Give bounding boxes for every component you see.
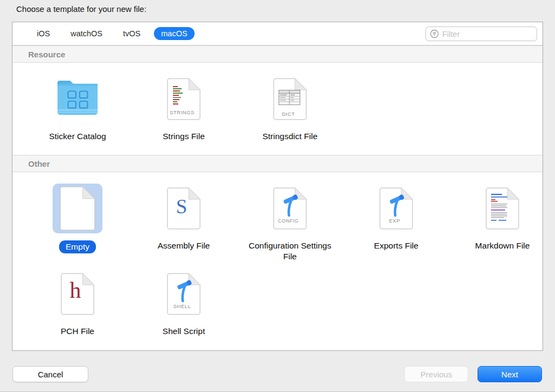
template-label: Exports File: [374, 240, 418, 251]
hammer-icon: [173, 279, 195, 302]
tab-ios[interactable]: iOS: [30, 27, 57, 40]
hammer-icon: [386, 194, 408, 217]
template-label: Configuration Settings File: [242, 240, 338, 262]
assembly-s-glyph: S: [167, 195, 196, 218]
cancel-button[interactable]: Cancel: [12, 366, 88, 382]
next-button[interactable]: Next: [477, 366, 542, 382]
template-item-pch-file[interactable]: h PCH File: [24, 263, 131, 349]
filter-icon: [430, 29, 439, 38]
template-item-assembly-file[interactable]: S Assembly File: [131, 178, 237, 263]
blank-document-icon: [60, 186, 95, 231]
template-label: Markdown File: [475, 240, 530, 251]
template-label: PCH File: [61, 326, 94, 337]
exp-badge: EXP: [379, 218, 410, 224]
section-header-resource: Resource: [12, 45, 543, 63]
pch-h-glyph: h: [61, 277, 90, 303]
template-label: Sticker Catalog: [49, 131, 106, 142]
shell-document-icon: SHELL: [167, 266, 201, 322]
section-body-other: Empty S Assembly File: [12, 172, 543, 349]
hammer-icon: [280, 194, 301, 217]
config-document-icon: CONFIG: [273, 181, 307, 236]
config-badge: CONFIG: [273, 218, 304, 224]
tab-watchos[interactable]: watchOS: [63, 27, 109, 40]
shell-badge: SHELL: [167, 303, 197, 309]
template-chooser-panel: iOS watchOS tvOS macOS Resource: [12, 22, 543, 351]
template-item-exports-file[interactable]: EXP Exports File: [343, 178, 449, 263]
template-item-stringsdict-file[interactable]: DICT Stringsdict File: [237, 68, 343, 155]
template-label: Strings File: [163, 131, 205, 142]
pch-document-icon: h: [61, 266, 94, 322]
dict-badge: DICT: [273, 111, 304, 117]
template-item-markdown-file[interactable]: Markdown File: [449, 178, 555, 263]
markdown-document-icon: [486, 181, 519, 236]
template-label: Shell Script: [163, 326, 205, 337]
section-header-other: Other: [12, 155, 543, 172]
sticker-folder-icon: [52, 71, 103, 127]
assembly-document-icon: S: [167, 181, 201, 236]
template-item-empty[interactable]: Empty: [24, 178, 131, 263]
section-body-resource: Sticker Catalog: [12, 63, 543, 155]
dict-document-icon: DICT: [273, 71, 307, 127]
previous-button[interactable]: Previous: [404, 366, 468, 382]
filter-field[interactable]: [425, 27, 537, 41]
template-label: Stringsdict File: [262, 131, 318, 142]
page-title: Choose a template for your new file:: [16, 4, 146, 14]
strings-document-icon: STRINGS: [167, 71, 201, 127]
template-label: Assembly File: [158, 240, 210, 251]
platform-tabbar: iOS watchOS tvOS macOS: [12, 22, 543, 45]
selection-highlight: [53, 184, 102, 233]
section-title: Other: [28, 159, 50, 168]
template-item-strings-file[interactable]: STRINGS Strings File: [131, 68, 237, 155]
exports-document-icon: EXP: [379, 181, 413, 236]
filter-input[interactable]: [442, 30, 544, 38]
template-item-sticker-catalog[interactable]: Sticker Catalog: [24, 68, 131, 155]
section-title: Resource: [28, 50, 65, 59]
strings-badge: STRINGS: [167, 109, 197, 115]
template-item-shell-script[interactable]: SHELL Shell Script: [131, 263, 237, 349]
tab-tvos[interactable]: tvOS: [116, 27, 147, 40]
template-item-configuration-settings-file[interactable]: CONFIG Configuration Settings File: [237, 178, 343, 263]
tab-macos[interactable]: macOS: [154, 27, 194, 40]
template-label: Empty: [59, 240, 96, 253]
